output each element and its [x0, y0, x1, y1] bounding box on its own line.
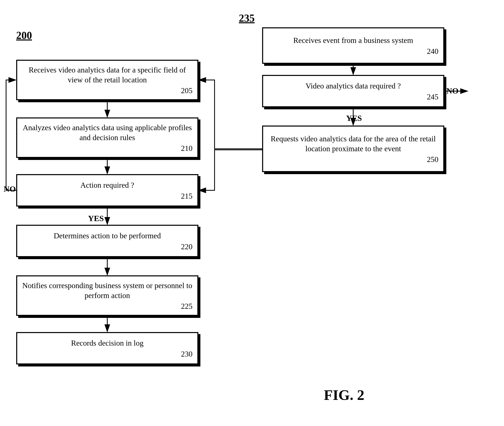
- no-215-label: NO: [4, 184, 16, 194]
- ref-200: 200: [16, 29, 32, 41]
- node-205: Receives video analytics data for a spec…: [16, 60, 198, 100]
- node-240: Receives event from a business system 24…: [262, 27, 444, 64]
- node-215: Action required ? 215: [16, 174, 198, 206]
- node-220: Determines action to be performed 220: [16, 225, 198, 257]
- node-210: Analyzes video analytics data using appl…: [16, 117, 198, 158]
- node-225: Notifies corresponding business system o…: [16, 275, 198, 316]
- yes-245-label: YES: [346, 114, 362, 123]
- node-245: Video analytics data required ? 245: [262, 75, 444, 107]
- fig2-label: FIG. 2: [324, 387, 364, 404]
- node-230: Records decision in log 230: [16, 332, 198, 364]
- node-250: Requests video analytics data for the ar…: [262, 126, 444, 172]
- no-245-label: NO: [446, 86, 458, 96]
- title-235: 235: [239, 12, 255, 24]
- yes-215-label: YES: [88, 214, 104, 223]
